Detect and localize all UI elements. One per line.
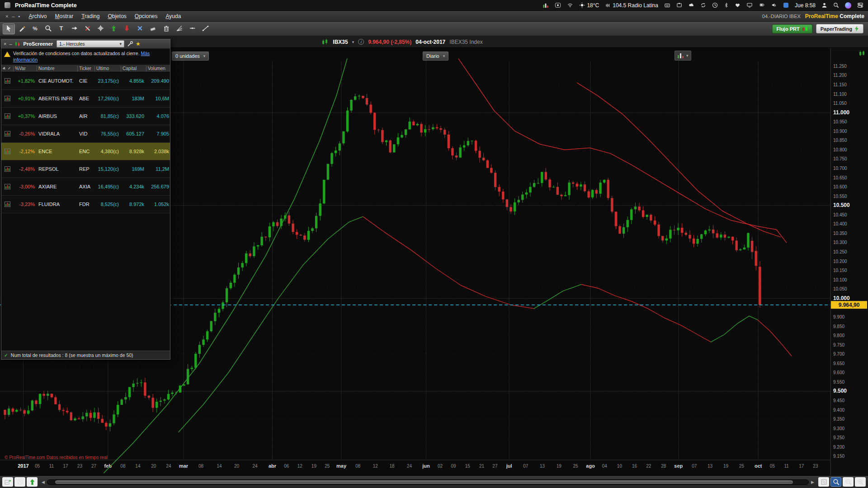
- retracement-tool[interactable]: %: [29, 23, 41, 34]
- row-chart-icon[interactable]: [1, 166, 13, 172]
- screener-row-vid[interactable]: -0,26%VIDRALAVID76,55(c)605.1277.905: [1, 125, 170, 143]
- row-chart-icon[interactable]: [1, 96, 13, 102]
- horizontal-line-tool[interactable]: [186, 23, 198, 34]
- control-center-icon[interactable]: [857, 2, 863, 8]
- menu-ayuda[interactable]: Ayuda: [162, 12, 185, 20]
- screener-row-axia[interactable]: -3,00%AXIAREAXIA16,495(c)4.234k256.679: [1, 178, 170, 196]
- symbol-dropdown-icon[interactable]: ▾: [352, 40, 354, 44]
- menu-mostrar[interactable]: Mostrar: [51, 12, 78, 20]
- window-mode-icon[interactable]: ▪: [17, 14, 22, 19]
- heart-icon[interactable]: [735, 3, 741, 8]
- svg-text:12: 12: [373, 464, 378, 469]
- chart-corner-icon[interactable]: [859, 50, 866, 58]
- keyboard-icon[interactable]: [664, 3, 670, 8]
- scrollbar-track[interactable]: [47, 479, 809, 485]
- cursor-tool[interactable]: [3, 23, 15, 34]
- indicator-tools[interactable]: [81, 23, 94, 34]
- fit-chart-button[interactable]: [818, 477, 829, 487]
- draw-tool[interactable]: [16, 23, 28, 34]
- zoom-tool[interactable]: [42, 23, 54, 34]
- favorite-star-icon[interactable]: ★: [136, 41, 141, 47]
- info-icon[interactable]: i: [358, 39, 364, 45]
- weather-item[interactable]: 18°C: [579, 2, 599, 9]
- units-dropdown[interactable]: 0 unidades▾: [172, 52, 209, 61]
- menu-archivo[interactable]: Archivo: [24, 12, 51, 20]
- window-close-icon[interactable]: ×: [4, 14, 10, 19]
- menu-opciones[interactable]: Opciones: [131, 12, 162, 20]
- row-chart-icon[interactable]: [1, 149, 13, 155]
- column-header-4[interactable]: Capital: [121, 66, 146, 71]
- row-chart-icon[interactable]: [1, 202, 13, 207]
- wrench-icon[interactable]: [127, 41, 133, 47]
- svg-text:10.550: 10.550: [833, 194, 847, 199]
- wifi-icon[interactable]: [567, 3, 573, 8]
- zoom-in-button[interactable]: [855, 477, 866, 487]
- crosshair-tool[interactable]: [94, 23, 107, 34]
- battery-icon[interactable]: [759, 3, 765, 8]
- scroll-right-icon[interactable]: ▶: [810, 480, 816, 484]
- window-minimize-icon[interactable]: –: [10, 14, 16, 19]
- row-chart-icon[interactable]: [1, 78, 13, 84]
- chart-type-widget[interactable]: ▾: [675, 51, 691, 61]
- speaker-icon[interactable]: [771, 3, 777, 8]
- scroll-left-icon[interactable]: ◀: [40, 480, 46, 484]
- row-chart-icon[interactable]: [1, 131, 13, 137]
- paper-trading-button[interactable]: PaperTrading: [816, 24, 863, 33]
- clock-item[interactable]: Jue 8:58: [795, 2, 816, 9]
- zoom-out-button[interactable]: [843, 477, 854, 487]
- row-chart-icon[interactable]: [1, 184, 13, 190]
- column-header-1[interactable]: Nombre: [37, 66, 77, 71]
- screener-row-air[interactable]: +0,37%AIRBUSAIR81,85(c)333.6204.076: [1, 108, 170, 125]
- bluetooth-icon[interactable]: [724, 2, 729, 8]
- display-icon[interactable]: [746, 3, 753, 8]
- screener-preset-select[interactable]: 1.- Hercules▾: [57, 40, 124, 47]
- column-header-2[interactable]: Ticker: [77, 66, 94, 71]
- symbol-label[interactable]: IBX35: [333, 39, 348, 45]
- input-icon[interactable]: [783, 2, 789, 8]
- column-header-0[interactable]: %Var: [13, 66, 37, 71]
- trend-line-tool[interactable]: [199, 23, 212, 34]
- proscreener-titlebar[interactable]: × – ProScreener 1.- Hercules▾ ★: [1, 39, 170, 49]
- column-header-3[interactable]: Ultimo: [94, 66, 121, 71]
- history-button[interactable]: [14, 477, 25, 487]
- menu-trading[interactable]: Trading: [77, 12, 104, 20]
- add-chart-button[interactable]: [2, 477, 13, 487]
- zoom-auto-button[interactable]: [830, 477, 841, 487]
- row-capital: 169M: [121, 166, 146, 172]
- search-icon[interactable]: [833, 2, 839, 8]
- column-header-5[interactable]: Volumen: [146, 66, 171, 71]
- screener-row-cie[interactable]: +1,82%CIE AUTOMOT.CIE23,175(c)4.855k209.…: [1, 72, 170, 90]
- puzzle-icon[interactable]: [676, 2, 682, 8]
- screener-row-abe[interactable]: +0,91%ABERTIS INFRABE17,260(c)183M10,6M: [1, 90, 170, 108]
- siri-icon[interactable]: [845, 2, 851, 9]
- clock-icon[interactable]: [712, 2, 718, 8]
- pointer-arrow-tool[interactable]: [68, 23, 80, 34]
- screener-row-fdr[interactable]: -3,23%FLUIDRAFDR8,525(c)8.972k1.052k: [1, 196, 170, 213]
- sync-icon[interactable]: [700, 2, 706, 8]
- screener-row-rep[interactable]: -2,48%REPSOLREP15,120(c)169M11,2M: [1, 160, 170, 178]
- radio-item[interactable]: 104.5 Radio Latina: [605, 2, 658, 9]
- panel-minimize-icon[interactable]: –: [9, 41, 12, 47]
- sell-arrow-tool[interactable]: [121, 23, 133, 34]
- fibonacci-fan-tool[interactable]: [173, 23, 185, 34]
- cloud-icon[interactable]: [688, 3, 694, 8]
- scrollbar-thumb[interactable]: [55, 480, 793, 484]
- screener-row-enc[interactable]: -2,12%ENCEENC4,380(c)8.928k2.038k: [1, 143, 170, 160]
- timeframe-dropdown[interactable]: Diario▾: [423, 52, 448, 61]
- user-icon[interactable]: [821, 2, 827, 8]
- chart-bars-icon[interactable]: [542, 2, 549, 8]
- buy-arrow-tool[interactable]: [108, 23, 120, 34]
- row-chart-icon[interactable]: [1, 113, 13, 119]
- text-tool[interactable]: T: [55, 23, 67, 34]
- apple-logo-icon[interactable]: [5, 2, 10, 8]
- eraser-tool[interactable]: [147, 23, 159, 34]
- workspace-label[interactable]: 04.-DIARIO IBEX: [762, 14, 801, 19]
- flujo-prt-button[interactable]: Flujo PRT: [772, 24, 812, 33]
- menu-objetos[interactable]: Objetos: [104, 12, 130, 20]
- scroll-up-button[interactable]: [27, 477, 38, 487]
- trash-tool[interactable]: [160, 23, 172, 34]
- chart-scrollbar[interactable]: ◀ ▶: [40, 479, 816, 485]
- panel-close-icon[interactable]: ×: [4, 41, 6, 47]
- screen-rec-icon[interactable]: [555, 2, 561, 8]
- delete-object-tool[interactable]: [134, 23, 146, 34]
